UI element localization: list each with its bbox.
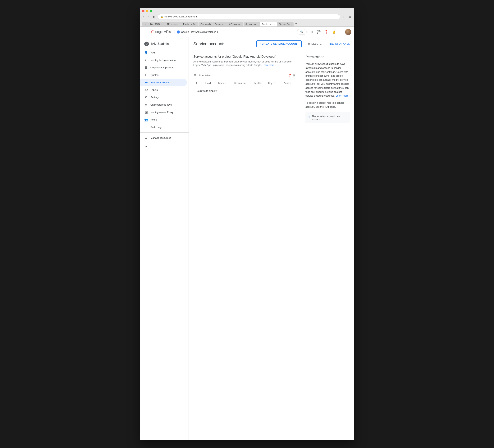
project-icon: ▶ xyxy=(177,30,180,34)
sidebar-item-identity[interactable]: ⊙ Identity & Organisation xyxy=(140,56,187,64)
delete-button[interactable]: 🗑 DELETE xyxy=(305,41,324,47)
th-key-cre: Key cre xyxy=(265,79,281,87)
table-header-row: Email Name ↑ Descri xyxy=(193,79,296,87)
section-desc-text: A service account represents a Google Cl… xyxy=(193,60,291,66)
filter-input[interactable] xyxy=(197,73,287,78)
browser-tab-8[interactable]: Service acc... xyxy=(260,22,277,26)
back-button[interactable]: ‹ xyxy=(142,14,145,19)
content-body: Service accounts for project 'Google Pla… xyxy=(189,50,354,440)
learn-more-link[interactable]: Learn more xyxy=(262,64,274,66)
browser-tab-9[interactable]: Stores - Sm... xyxy=(277,22,294,26)
hamburger-menu-button[interactable]: ☰ xyxy=(143,28,149,36)
search-icon: 🔍 xyxy=(300,30,303,33)
more-options-button[interactable]: ⋮ xyxy=(338,28,344,35)
apps-icon-button[interactable]: ⊞ xyxy=(309,28,314,35)
help-icon[interactable]: ❓ xyxy=(287,73,292,78)
url-text: console.developers.google.com xyxy=(164,15,197,18)
collapse-icon: ◄ xyxy=(144,145,148,148)
permissions-panel-text2: To assign a project role to a service ac… xyxy=(306,101,350,109)
table-no-rows-row: No rows to display xyxy=(193,87,296,95)
user-avatar[interactable] xyxy=(345,29,351,35)
sidebar-item-service-accounts[interactable]: ⇌ Service accounts xyxy=(140,79,187,86)
th-name-sort[interactable]: Name ↑ xyxy=(218,82,228,85)
new-tab-button[interactable]: ⧉ xyxy=(348,14,352,19)
browser-tab-7[interactable]: Service acc... xyxy=(244,22,260,26)
sidebar-item-org-policies[interactable]: ☰ Organisation policies xyxy=(140,64,187,71)
th-email-label: Email xyxy=(205,82,211,85)
sidebar-item-label-iam: IAM xyxy=(150,51,155,54)
sidebar-divider xyxy=(140,132,188,133)
info-notice-icon: ℹ xyxy=(309,115,310,119)
th-description-label: Description xyxy=(234,82,246,85)
project-selector[interactable]: ▶ Google Play Android Developer ▾ xyxy=(174,29,220,35)
close-button[interactable] xyxy=(142,10,145,12)
permissions-text1-body: You can allow specific users to have own… xyxy=(306,62,348,97)
maximize-button[interactable] xyxy=(150,10,152,12)
settings-icon: ⚙ xyxy=(144,95,148,99)
browser-tab-6[interactable]: API access... xyxy=(227,22,243,26)
th-email-sort[interactable]: Email xyxy=(205,82,212,85)
browser-tab-4[interactable]: Grammarly xyxy=(198,22,213,26)
service-accounts-table: Email Name ↑ Descri xyxy=(193,79,296,95)
sidebar-item-label-crypto-keys: Cryptographic keys xyxy=(150,103,172,106)
hide-info-panel-button[interactable]: HIDE INFO PANEL xyxy=(327,42,350,45)
forward-button[interactable]: › xyxy=(147,14,150,19)
sidebar-item-roles[interactable]: 👥 Roles xyxy=(140,116,187,124)
add-tab-button[interactable]: + xyxy=(294,21,298,26)
sidebar-item-label-quotas: Quotas xyxy=(150,74,159,76)
create-service-account-button[interactable]: + CREATE SERVICE ACCOUNT xyxy=(256,40,302,47)
delete-label: DELETE xyxy=(311,42,322,45)
help-icon-button[interactable]: ❓ xyxy=(323,28,330,35)
main-panel: Service accounts for project 'Google Pla… xyxy=(189,50,301,440)
sidebar-item-audit-logs[interactable]: ☰ Audit Logs xyxy=(140,124,187,131)
content-area: Service accounts + CREATE SERVICE ACCOUN… xyxy=(189,37,354,440)
sidebar-item-iam[interactable]: 👤 IAM xyxy=(140,49,187,56)
sidebar-collapse-button[interactable]: ◄ xyxy=(140,143,187,150)
columns-icon[interactable]: ⊞ xyxy=(292,73,296,78)
project-name: Google Play Android Developer xyxy=(181,30,216,33)
browser-tab-1[interactable]: Bug 59400:... xyxy=(148,22,165,26)
sidebar-item-quotas[interactable]: ⊟ Quotas xyxy=(140,71,187,79)
th-email: Email xyxy=(202,79,215,87)
browser-tab-5[interactable]: Fragmen... xyxy=(213,22,227,26)
notifications-icon-button[interactable]: 🔔 xyxy=(331,28,337,35)
th-key-id-label: Key ID xyxy=(254,82,261,85)
support-icon-button[interactable]: 💬 xyxy=(315,28,322,35)
th-checkbox xyxy=(193,79,202,87)
browser-tab-0[interactable]: de xyxy=(142,22,148,26)
sidebar-item-cryptographic-keys[interactable]: ⊘ Cryptographic keys xyxy=(140,101,187,109)
address-bar[interactable]: 🔒 console.developers.google.com xyxy=(158,14,340,19)
quotas-icon: ⊟ xyxy=(144,73,148,77)
hamburger-icon: ☰ xyxy=(144,30,147,34)
audit-logs-icon: ☰ xyxy=(144,125,148,129)
th-key-cre-label: Key cre xyxy=(268,82,276,85)
tab-view-button[interactable]: ▣ xyxy=(151,14,156,19)
search-button[interactable]: 🔍 xyxy=(297,29,307,35)
google-logo: G xyxy=(151,29,154,35)
sidebar-header-title: IAM & admin xyxy=(151,42,169,46)
info-notice: ℹ Please select at least one resource. xyxy=(306,112,350,123)
th-name-label: Name ↑ xyxy=(218,82,226,85)
sidebar-item-label-roles: Roles xyxy=(150,118,157,121)
google-apis-logo[interactable]: G oogle APIs xyxy=(151,29,171,35)
browser-tab-3[interactable]: Publish to G... xyxy=(181,22,198,26)
filter-icon: ☰ xyxy=(193,73,197,78)
browser-tab-2[interactable]: API access... xyxy=(165,22,181,26)
permissions-learn-more-link[interactable]: Learn more xyxy=(336,94,348,97)
info-notice-text: Please select at least one resource. xyxy=(312,115,347,121)
labels-icon: 🏷 xyxy=(144,88,148,92)
lock-icon: 🔒 xyxy=(161,15,163,18)
sidebar-item-iap[interactable]: ▣ Identity-Aware Proxy xyxy=(140,109,187,116)
select-all-checkbox[interactable] xyxy=(197,82,199,84)
minimize-button[interactable] xyxy=(146,10,148,12)
sidebar-item-manage-resources[interactable]: 🗂 Manage resources xyxy=(140,134,187,141)
sidebar-item-label-org-policies: Organisation policies xyxy=(150,66,173,69)
section-title: Service accounts for project 'Google Pla… xyxy=(193,55,296,58)
sidebar-item-settings[interactable]: ⚙ Settings xyxy=(140,94,187,101)
sidebar-item-label-audit-logs: Audit Logs xyxy=(150,126,162,129)
share-button[interactable]: ⬆ xyxy=(342,14,346,19)
iam-admin-icon: 🛡 xyxy=(144,42,149,46)
service-accounts-icon: ⇌ xyxy=(144,81,148,84)
avatar-image xyxy=(345,29,351,35)
sidebar-item-labels[interactable]: 🏷 Labels xyxy=(140,86,187,94)
